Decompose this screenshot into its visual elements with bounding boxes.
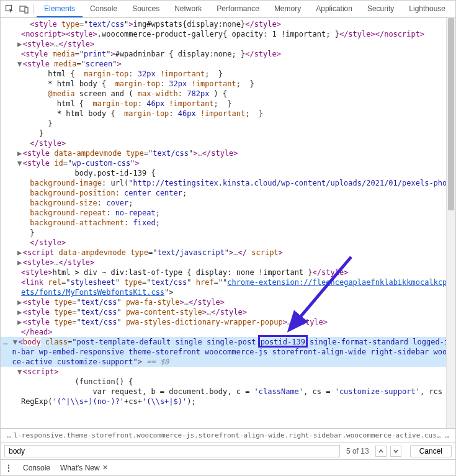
dom-tree-line[interactable]: ▶<style>…</style> (1, 258, 455, 267)
selected-body-element[interactable]: … ▼<body class="post-template-default si… (1, 337, 455, 347)
expand-arrow-icon[interactable]: ▼ (17, 158, 23, 168)
dom-tree-line[interactable]: ▼<style media="screen"> (1, 59, 455, 69)
dom-tree-line[interactable]: <style>html > div ~ div:last-of-type { d… (1, 267, 455, 277)
breadcrumb-bar[interactable]: … l-responsive.theme-storefront.woocomme… (1, 428, 455, 442)
breadcrumb-trail[interactable]: l-responsive.theme-storefront.woocommerc… (14, 431, 443, 439)
dom-tree-line[interactable]: * html body { margin-top: 46px !importan… (1, 109, 455, 119)
search-bar: 5 of 13 Cancel (1, 442, 455, 459)
dom-tree-line[interactable]: <style media="print">#wpadminbar { displ… (1, 49, 455, 59)
search-next-button[interactable] (390, 446, 401, 457)
expand-arrow-icon[interactable]: ▼ (17, 367, 23, 377)
elements-tree[interactable]: <style type="text/css">img#wpstats{displ… (1, 18, 455, 428)
dom-tree-line[interactable]: ▶<style>…</style> (1, 39, 455, 49)
search-match-count: 5 of 13 (344, 447, 372, 456)
dom-tree-line[interactable]: var request, b = document.body, c = 'cla… (1, 387, 455, 397)
dom-tree-line[interactable]: ▼<script> (1, 367, 455, 377)
expand-arrow-icon[interactable]: ▼ (17, 59, 23, 69)
dom-tree-line[interactable]: </head> (1, 327, 455, 337)
dom-tree-line[interactable]: </style> (1, 138, 455, 148)
dom-tree-line[interactable]: ▶<style type="text/css" pwa-styles-dicti… (1, 317, 455, 327)
dom-tree-line[interactable]: background-repeat: no-repeat; (1, 208, 455, 218)
dom-tree-line[interactable]: } (1, 228, 455, 238)
expand-arrow-icon[interactable]: ▶ (17, 307, 23, 317)
tab-memory[interactable]: Memory (267, 1, 308, 17)
dom-tree-line[interactable]: html { margin-top: 32px !important; } (1, 69, 455, 79)
dom-tree-line[interactable]: body.post-id-139 { (1, 168, 455, 178)
tab-lighthouse[interactable]: Lighthouse (401, 1, 453, 17)
search-prev-button[interactable] (375, 446, 387, 457)
panel-tabs: ElementsConsoleSourcesNetworkPerformance… (37, 1, 453, 17)
tab-console[interactable]: Console (83, 1, 125, 17)
drawer-tab-console[interactable]: Console (18, 460, 55, 475)
cancel-button[interactable]: Cancel (410, 445, 452, 457)
dom-tree-line[interactable]: ▼<style id="wp-custom-css"> (1, 158, 455, 168)
svg-rect-2 (25, 7, 28, 13)
tab-network[interactable]: Network (167, 1, 209, 17)
device-toolbar-icon[interactable] (17, 1, 32, 17)
dom-tree-line[interactable]: (function() { (1, 377, 455, 387)
tab-sources[interactable]: Sources (125, 1, 167, 17)
dom-tree-line[interactable]: background-attachment: fixed; (1, 218, 455, 228)
dom-tree-line[interactable]: } (1, 119, 455, 128)
devtools-toolbar: ElementsConsoleSourcesNetworkPerformance… (1, 1, 455, 18)
drawer-toolbar: ⋮ ConsoleWhat's New✕ (1, 459, 455, 475)
expand-arrow-icon[interactable]: ▶ (17, 297, 23, 307)
dom-tree-line[interactable]: background-position: center center; (1, 188, 455, 198)
dom-tree-line[interactable]: } (1, 128, 455, 138)
tab-application[interactable]: Application (308, 1, 360, 17)
search-input[interactable] (4, 445, 340, 457)
close-icon[interactable]: ✕ (102, 464, 108, 472)
expand-arrow-icon[interactable]: ▶ (17, 39, 23, 49)
expand-arrow-icon[interactable]: ▼ (12, 337, 18, 347)
dom-tree-line[interactable]: background-size: cover; (1, 198, 455, 208)
tab-elements[interactable]: Elements (37, 1, 83, 17)
dom-tree-line[interactable]: ▶<style type="text/css" pwa-content-styl… (1, 307, 455, 317)
dom-tree-line[interactable]: ▶<style data-ampdevmode type="text/css">… (1, 148, 455, 158)
dom-tree-line[interactable]: RegExp('(^|\\s+)(no-)?'+cs+'(\\s+|$)'); (1, 397, 455, 406)
dom-tree-line[interactable]: <link rel="stylesheet" type="text/css" h… (1, 277, 455, 287)
expand-arrow-icon[interactable]: ▶ (17, 258, 23, 267)
dom-tree-line[interactable]: @media screen and ( max-width: 782px ) { (1, 89, 455, 99)
dom-tree-line[interactable]: * html body { margin-top: 32px !importan… (1, 79, 455, 89)
scrollbar[interactable] (446, 18, 455, 428)
selected-body-element[interactable]: ce-active customize-support"> == $0 (1, 357, 455, 367)
breadcrumb-overflow[interactable]: … (4, 431, 14, 439)
breadcrumb-overflow-right[interactable]: … (442, 431, 452, 439)
expand-arrow-icon[interactable]: ▶ (17, 148, 23, 158)
dom-tree-line[interactable]: ▶<style type="text/css" pwa-fa-style>…</… (1, 297, 455, 307)
dom-tree-line[interactable]: ▶<script data-ampdevmode type="text/java… (1, 248, 455, 258)
dom-tree-line[interactable]: html { margin-top: 46px !important; } (1, 99, 455, 109)
dom-tree-line[interactable]: ets/fonts/MyFontsWebfontsKit.css"> (1, 287, 455, 297)
drawer-tab-what-s-new[interactable]: What's New✕ (55, 460, 113, 475)
dom-tree-line[interactable]: <style type="text/css">img#wpstats{displ… (1, 19, 455, 29)
dom-tree-line[interactable]: </style> (1, 238, 455, 248)
drawer-more-icon[interactable]: ⋮ (4, 463, 14, 473)
dom-tree-line[interactable]: <noscript><style>.woocommerce-product-ga… (1, 29, 455, 39)
tab-security[interactable]: Security (360, 1, 401, 17)
expand-arrow-icon[interactable]: ▶ (17, 317, 23, 327)
selected-body-element[interactable]: n-bar wp-embed-responsive theme-storefro… (1, 347, 455, 357)
inspect-element-icon[interactable] (3, 1, 17, 17)
expand-arrow-icon[interactable]: ▶ (17, 248, 23, 258)
tab-performance[interactable]: Performance (209, 1, 267, 17)
dom-tree-line[interactable]: background-image: url("http://testingsit… (1, 178, 455, 188)
